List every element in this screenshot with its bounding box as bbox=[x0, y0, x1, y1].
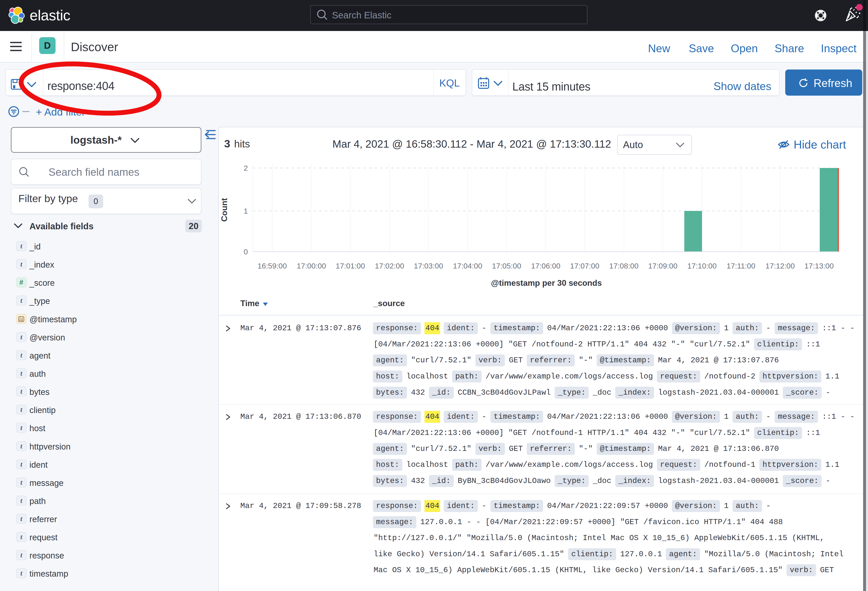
svg-text:17:01:00: 17:01:00 bbox=[336, 262, 365, 270]
svg-text:17:12:00: 17:12:00 bbox=[766, 262, 795, 270]
svg-text:16:59:00: 16:59:00 bbox=[258, 262, 287, 270]
svg-text:17:08:00: 17:08:00 bbox=[609, 262, 639, 270]
svg-text:2: 2 bbox=[244, 164, 248, 172]
svg-text:17:11:00: 17:11:00 bbox=[726, 262, 755, 270]
svg-text:Count: Count bbox=[220, 198, 229, 222]
svg-text:17:13:00: 17:13:00 bbox=[805, 262, 834, 270]
svg-text:17:09:00: 17:09:00 bbox=[648, 262, 678, 270]
svg-text:17:10:00: 17:10:00 bbox=[687, 262, 717, 270]
svg-text:17:03:00: 17:03:00 bbox=[414, 262, 443, 270]
svg-text:17:05:00: 17:05:00 bbox=[492, 262, 521, 270]
svg-text:17:06:00: 17:06:00 bbox=[531, 262, 560, 270]
svg-text:0: 0 bbox=[244, 247, 248, 256]
svg-text:17:00:00: 17:00:00 bbox=[297, 262, 326, 270]
svg-text:17:07:00: 17:07:00 bbox=[570, 262, 599, 270]
svg-text:17:04:00: 17:04:00 bbox=[453, 262, 482, 270]
svg-text:@timestamp per 30 seconds: @timestamp per 30 seconds bbox=[491, 278, 602, 288]
svg-text:17:02:00: 17:02:00 bbox=[375, 262, 404, 270]
svg-text:1: 1 bbox=[244, 207, 248, 215]
